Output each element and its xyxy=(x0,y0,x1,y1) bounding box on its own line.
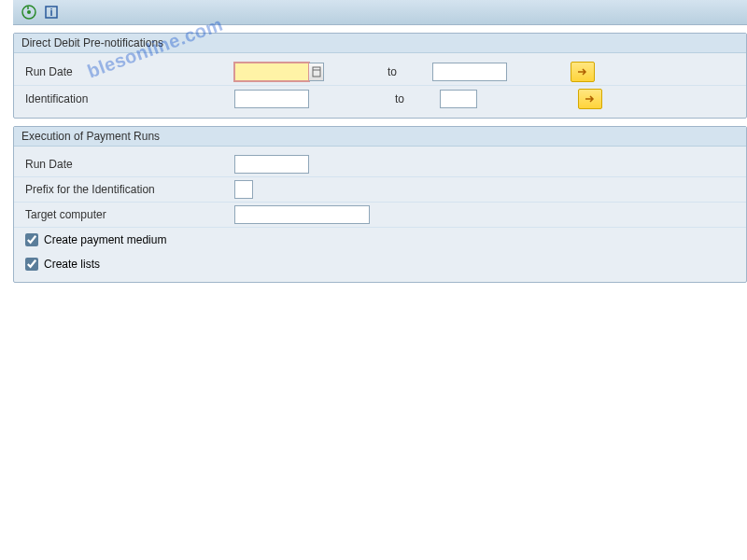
label-to-1: to xyxy=(388,65,425,78)
multi-select-identification[interactable] xyxy=(578,89,602,109)
panel-payment-runs: Execution of Payment Runs Run Date Prefi… xyxy=(13,126,747,283)
svg-point-1 xyxy=(27,10,31,14)
row-run-date-1: Run Date to xyxy=(14,59,746,86)
label-prefix: Prefix for the Identification xyxy=(21,183,227,196)
input-target-computer[interactable] xyxy=(234,205,370,224)
row-run-date-2: Run Date xyxy=(14,152,746,177)
multi-select-run-date[interactable] xyxy=(571,62,595,82)
label-identification: Identification xyxy=(21,92,227,105)
panel-direct-debit: Direct Debit Pre-notifications Run Date … xyxy=(13,33,747,119)
input-run-date-2[interactable] xyxy=(234,155,309,174)
execute-icon[interactable] xyxy=(21,4,37,21)
label-run-date-2: Run Date xyxy=(21,158,227,171)
input-identification-from[interactable] xyxy=(234,90,309,108)
label-create-payment-medium: Create payment medium xyxy=(44,233,166,246)
label-target-computer: Target computer xyxy=(21,208,227,221)
main-content: Direct Debit Pre-notifications Run Date … xyxy=(0,25,747,283)
panel-direct-debit-header: Direct Debit Pre-notifications xyxy=(14,34,746,53)
label-create-lists: Create lists xyxy=(44,258,100,271)
label-to-2: to xyxy=(395,92,432,105)
application-toolbar: i xyxy=(13,0,747,25)
info-icon[interactable]: i xyxy=(43,4,60,21)
label-run-date-1: Run Date xyxy=(21,65,227,78)
input-prefix[interactable] xyxy=(234,180,253,199)
checkbox-create-lists[interactable] xyxy=(25,258,38,271)
checkbox-create-payment-medium[interactable] xyxy=(25,233,38,246)
row-prefix: Prefix for the Identification xyxy=(14,177,746,203)
input-run-date-from[interactable] xyxy=(234,63,309,81)
row-target-computer: Target computer xyxy=(14,203,746,228)
input-identification-to[interactable] xyxy=(440,90,477,108)
row-create-payment-medium: Create payment medium xyxy=(14,228,746,252)
row-identification-1: Identification to xyxy=(14,86,746,112)
svg-text:i: i xyxy=(49,7,52,18)
input-run-date-to[interactable] xyxy=(432,63,507,81)
panel-payment-runs-header: Execution of Payment Runs xyxy=(14,127,746,147)
svg-rect-5 xyxy=(313,67,320,77)
f4-help-run-date[interactable] xyxy=(309,63,324,81)
row-create-lists: Create lists xyxy=(14,252,746,276)
